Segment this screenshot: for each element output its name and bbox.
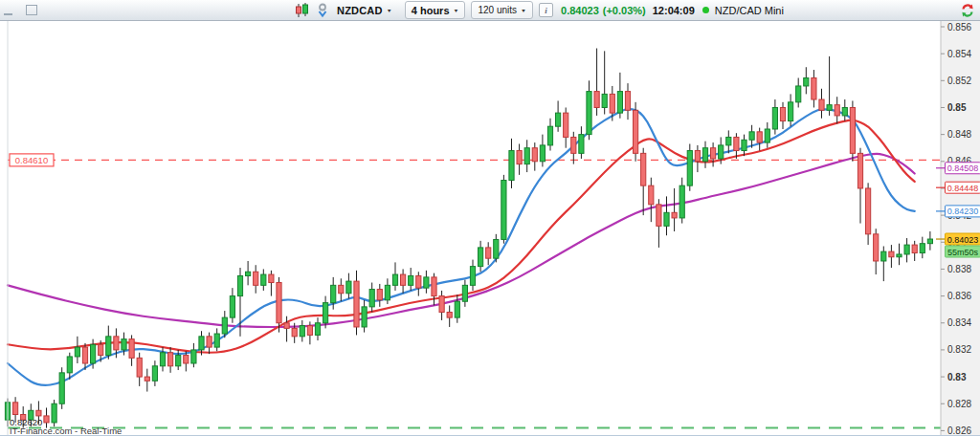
bar-countdown-label: 55m50s (946, 246, 980, 257)
axis-tick-label: 0.826 (947, 425, 971, 436)
level-price-label: 0.84610 (10, 154, 54, 166)
chevron-down-icon: ▼ (521, 8, 526, 12)
svg-text:55m50s: 55m50s (947, 248, 979, 257)
units-label: 120 units (478, 5, 517, 15)
quote-time-text: 12:04:09 (653, 5, 695, 16)
watermark-text: IT-Finance.com - Real-Time (10, 425, 122, 436)
price-change-text: (+0.03%) (603, 5, 646, 16)
axis-tick-label: 0.838 (947, 264, 971, 274)
minimize-icon[interactable] (4, 13, 12, 15)
axis-tick-label: 0.83 (947, 372, 967, 382)
axis-tick-label: 0.852 (947, 76, 971, 86)
ma-slow-line (8, 154, 915, 327)
price-chart-canvas[interactable]: 0.8560.8540.8520.850.8480.8460.8440.8420… (0, 21, 980, 436)
instrument-name-text: NZD/CAD Mini (715, 5, 784, 16)
live-status-dot-icon (702, 7, 709, 13)
axis-tick-label: 0.832 (947, 344, 971, 355)
refresh-icon[interactable] (960, 3, 975, 18)
svg-text:0.84448: 0.84448 (947, 184, 979, 193)
symbol-label: NZDCAD (337, 5, 383, 16)
last-price-text: 0.84023 (561, 5, 599, 16)
price-axis[interactable]: 0.8560.8540.8520.850.8480.8460.8440.8420… (941, 21, 980, 436)
axis-tick-label: 0.834 (947, 317, 971, 328)
quote-panel: 0.84023 (+0.03%) 12:04:09 NZD/CAD Mini (561, 5, 784, 16)
ma-medium-line (8, 120, 915, 353)
candlestick-series (5, 49, 932, 428)
axis-tick-label: 0.848 (947, 129, 971, 140)
info-icon[interactable]: i (539, 3, 553, 17)
linked-instrument-icon[interactable] (317, 3, 328, 18)
chevron-down-icon: ▼ (387, 8, 392, 12)
axis-tick-label: 0.85 (947, 102, 967, 113)
symbol-dropdown[interactable]: NZDCAD ▼ (337, 5, 392, 16)
svg-text:0.84023: 0.84023 (947, 235, 979, 245)
units-dropdown[interactable]: 120 units ▼ (471, 1, 533, 19)
axis-tick-label: 0.856 (947, 22, 971, 33)
candlestick-style-icon[interactable] (294, 3, 311, 18)
svg-text:0.84610: 0.84610 (15, 155, 48, 165)
chart-toolbar: NZDCAD ▼ 4 hours ▼ 120 units ▼ i 0.84023… (0, 0, 980, 21)
axis-tick-label: 0.854 (947, 49, 971, 59)
timeframe-label: 4 hours (412, 5, 450, 16)
maximize-icon[interactable] (26, 5, 37, 15)
axis-tick-label: 0.828 (947, 399, 971, 409)
axis-tick-label: 0.836 (947, 291, 971, 301)
svg-text:0.84508: 0.84508 (947, 164, 979, 173)
trading-chart-window: NZDCAD ▼ 4 hours ▼ 120 units ▼ i 0.84023… (0, 0, 980, 436)
timeframe-dropdown[interactable]: 4 hours ▼ (405, 1, 466, 19)
chevron-down-icon: ▼ (454, 8, 459, 12)
svg-text:0.84230: 0.84230 (947, 207, 979, 216)
